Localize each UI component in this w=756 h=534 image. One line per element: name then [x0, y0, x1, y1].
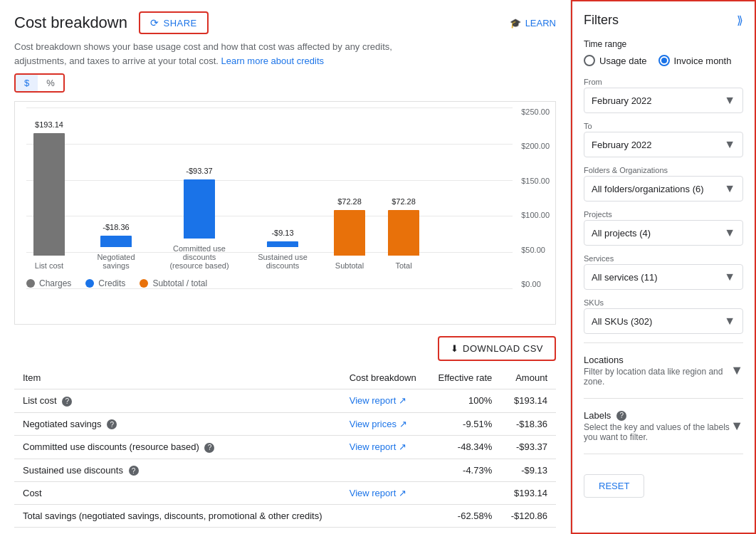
sidebar-collapse-icon[interactable]: ⟫ [737, 14, 743, 27]
main-content: Cost breakdown ⟳ SHARE 🎓 LEARN Cost brea… [0, 0, 571, 534]
list-cost-view-report[interactable]: View report ↗ [350, 395, 407, 406]
from-dropdown-group: From February 2022 ▼ [584, 78, 743, 113]
currency-toggle: $ % [14, 73, 65, 93]
skus-dropdown-group: SKUs All SKUs (302) ▼ [584, 298, 743, 334]
to-dropdown-arrow: ▼ [724, 138, 735, 151]
bar-sustained-use: -$9.13 Sustained use discounts [254, 229, 311, 270]
bar-negotiated-savings: -$18.36 Negotiated savings [88, 223, 145, 270]
from-dropdown-arrow: ▼ [724, 94, 735, 107]
services-dropdown[interactable]: All services (11) ▼ [584, 264, 743, 290]
table-row: Total savings (negotiated savings, disco… [14, 505, 556, 528]
committed-use-help-icon[interactable]: ? [204, 443, 214, 453]
external-link-icon: ↗ [399, 488, 406, 498]
skus-label: SKUs [584, 298, 743, 307]
labels-expand-icon: ▼ [730, 419, 743, 434]
col-cost-breakdown: Cost breakdown [341, 367, 428, 389]
page-title: Cost breakdown [14, 14, 127, 32]
locations-filter[interactable]: Locations Filter by location data like r… [584, 352, 743, 389]
invoice-month-option[interactable]: Invoice month [658, 55, 732, 66]
table-row: List cost ? View report ↗ 100% $193.14 [14, 389, 556, 413]
grid-line-250 [26, 108, 513, 108]
divider-2 [584, 398, 743, 399]
share-button[interactable]: ⟳ SHARE [139, 11, 209, 34]
download-csv-button[interactable]: ⬇ DOWNLOAD CSV [438, 336, 556, 361]
y-label-0: $0.00 [521, 280, 550, 288]
folders-dropdown[interactable]: All folders/organizations (6) ▼ [584, 176, 743, 201]
from-label: From [584, 78, 743, 86]
from-dropdown[interactable]: February 2022 ▼ [584, 88, 743, 113]
bar-list-cost: $193.14 List cost [33, 120, 65, 270]
chart-bars-container: $193.14 List cost -$18.36 Negotiated sav… [26, 113, 544, 270]
external-link-icon: ↗ [399, 419, 407, 429]
projects-dropdown-arrow: ▼ [724, 226, 735, 239]
grid-line-0 [26, 288, 513, 289]
labels-filter[interactable]: Labels ? Select the key and values of th… [584, 407, 743, 445]
negotiated-savings-help-icon[interactable]: ? [107, 419, 117, 429]
bar-subtotal-rect [334, 210, 365, 256]
services-label: Services [584, 254, 743, 263]
table-row: Negotiated savings ? View prices ↗ -9.51… [14, 412, 556, 436]
page-description: Cost breakdown shows your base usage cos… [14, 40, 427, 68]
percent-toggle[interactable]: % [38, 75, 63, 91]
to-dropdown-group: To February 2022 ▼ [584, 122, 743, 157]
folders-dropdown-arrow: ▼ [724, 182, 735, 195]
folders-label: Folders & Organizations [584, 166, 743, 174]
bar-negotiated-savings-rect [100, 236, 132, 247]
invoice-month-radio[interactable] [658, 55, 670, 66]
share-icon: ⟳ [150, 17, 159, 28]
learn-button[interactable]: 🎓 LEARN [510, 18, 556, 28]
dollar-toggle[interactable]: $ [16, 75, 38, 91]
locations-expand-icon: ▼ [730, 363, 743, 378]
cost-view-report[interactable]: View report ↗ [350, 488, 407, 498]
divider-3 [584, 454, 743, 454]
projects-dropdown[interactable]: All projects (4) ▼ [584, 220, 743, 246]
bar-sustained-use-rect [267, 241, 298, 247]
sustained-use-help-icon[interactable]: ? [129, 466, 139, 476]
download-section: ⬇ DOWNLOAD CSV [14, 336, 556, 361]
col-effective-rate: Effective rate [427, 367, 500, 389]
committed-use-view-report[interactable]: View report ↗ [350, 441, 407, 452]
col-amount: Amount [500, 367, 556, 389]
col-item: Item [14, 367, 341, 389]
list-cost-help-icon[interactable]: ? [62, 397, 72, 407]
table-row: Committed use discounts (resource based)… [14, 436, 556, 459]
time-range-radio-group: Usage date Invoice month [584, 55, 743, 66]
to-label: To [584, 122, 743, 130]
bar-committed-use-rect [184, 179, 215, 239]
bar-subtotal: $72.28 Subtotal [334, 197, 365, 270]
services-dropdown-arrow: ▼ [724, 271, 735, 283]
table-row-subtotal: Subtotal $72.28 [14, 528, 556, 535]
bar-total: $72.28 Total [388, 197, 419, 270]
negotiated-savings-view-prices[interactable]: View prices ↗ [350, 419, 407, 429]
table-row: Cost View report ↗ $193.14 [14, 482, 556, 505]
download-icon: ⬇ [451, 343, 459, 354]
table-row: Sustained use discounts ? -4.73% -$9.13 [14, 459, 556, 482]
time-range-label: Time range [584, 39, 743, 49]
services-dropdown-group: Services All services (11) ▼ [584, 254, 743, 290]
cost-table: Item Cost breakdown Effective rate Amoun… [14, 367, 556, 534]
usage-date-radio[interactable] [584, 55, 595, 66]
bar-list-cost-rect [33, 133, 65, 256]
graduation-icon: 🎓 [510, 18, 521, 28]
skus-dropdown-arrow: ▼ [724, 315, 735, 328]
learn-more-link[interactable]: Learn more about credits [221, 56, 325, 66]
reset-button[interactable]: RESET [584, 474, 644, 498]
filters-title: Filters ⟫ [584, 13, 743, 28]
usage-date-option[interactable]: Usage date [584, 55, 647, 66]
page-header: Cost breakdown ⟳ SHARE 🎓 LEARN [14, 11, 556, 34]
bar-total-rect [388, 210, 419, 256]
to-dropdown[interactable]: February 2022 ▼ [584, 132, 743, 157]
external-link-icon: ↗ [399, 395, 406, 406]
divider-1 [584, 342, 743, 343]
projects-dropdown-group: Projects All projects (4) ▼ [584, 210, 743, 246]
share-label: SHARE [163, 18, 196, 28]
bar-committed-use: -$93.37 Committed use discounts (resourc… [167, 167, 231, 270]
labels-help-icon[interactable]: ? [616, 411, 626, 421]
external-link-icon: ↗ [399, 441, 406, 452]
filters-sidebar: Filters ⟫ Time range Usage date Invoice … [571, 0, 756, 534]
folders-dropdown-group: Folders & Organizations All folders/orga… [584, 166, 743, 201]
time-range-section: Time range Usage date Invoice month [584, 39, 743, 66]
projects-label: Projects [584, 210, 743, 219]
skus-dropdown[interactable]: All SKUs (302) ▼ [584, 308, 743, 334]
cost-chart: $250.00 $200.00 $150.00 $100.00 $50.00 $… [14, 101, 556, 325]
